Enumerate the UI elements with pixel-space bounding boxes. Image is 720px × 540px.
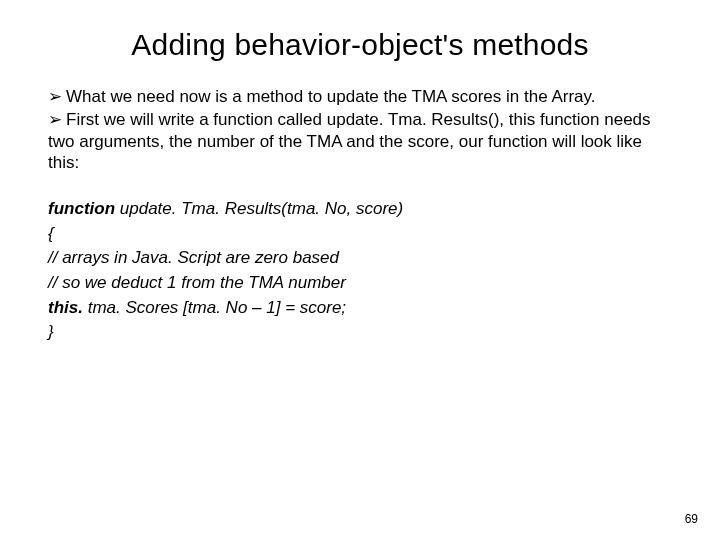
code-line: this. tma. Scores [tma. No – 1] = score;	[48, 296, 672, 321]
code-text: update. Tma. Results(tma. No, score)	[115, 199, 403, 218]
page-number: 69	[685, 512, 698, 526]
code-line: }	[48, 320, 672, 345]
code-line: // so we deduct 1 from the TMA number	[48, 271, 672, 296]
code-keyword: function	[48, 199, 115, 218]
code-line: function update. Tma. Results(tma. No, s…	[48, 197, 672, 222]
bullet-item: ➢First we will write a function called u…	[48, 109, 672, 173]
code-block: function update. Tma. Results(tma. No, s…	[48, 197, 672, 345]
code-keyword: this.	[48, 298, 83, 317]
bullet-item: ➢What we need now is a method to update …	[48, 86, 672, 107]
bullet-text: What we need now is a method to update t…	[66, 87, 596, 106]
code-text: tma. Scores [tma. No – 1] = score;	[83, 298, 346, 317]
bullet-arrow-icon: ➢	[48, 86, 62, 107]
slide-body: ➢What we need now is a method to update …	[48, 86, 672, 345]
code-line: {	[48, 222, 672, 247]
bullet-text: First we will write a function called up…	[48, 110, 651, 172]
slide-title: Adding behavior-object's methods	[48, 28, 672, 62]
slide: Adding behavior-object's methods ➢What w…	[0, 0, 720, 540]
bullet-arrow-icon: ➢	[48, 109, 62, 130]
code-line: // arrays in Java. Script are zero based	[48, 246, 672, 271]
